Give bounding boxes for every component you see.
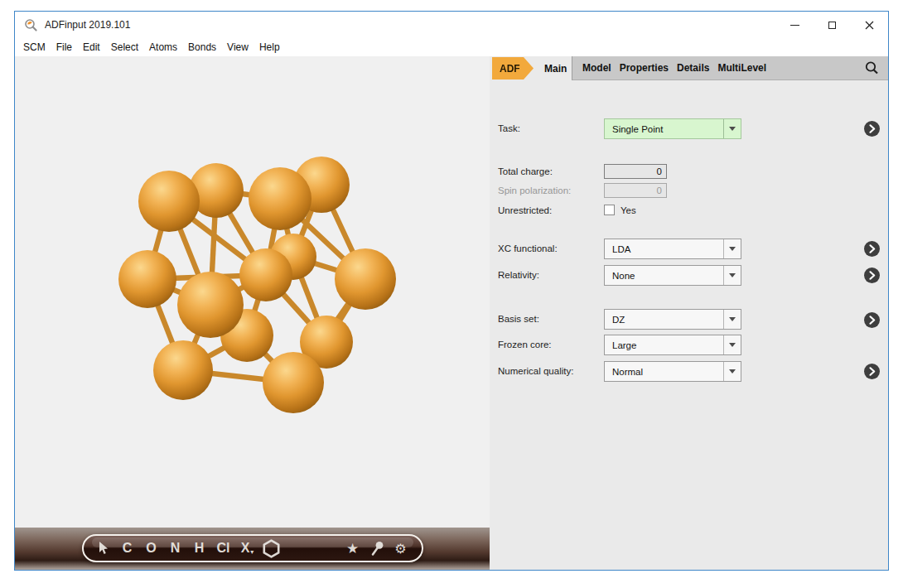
frozen-core-value: Large [605, 335, 723, 354]
menu-select[interactable]: Select [109, 40, 140, 55]
close-button[interactable] [851, 12, 888, 38]
element-picker-caret-icon: ▾ [250, 548, 254, 556]
task-label: Task: [498, 123, 520, 133]
xc-functional-dropdown[interactable]: LDA [604, 239, 741, 259]
viewer-toolbar: C O N H Cl X ▾ ★ [82, 534, 423, 562]
relativity-dropdown-caret-icon [723, 266, 741, 285]
menu-bonds[interactable]: Bonds [186, 40, 218, 55]
pin-balloon-tool-icon[interactable] [368, 541, 385, 557]
settings-panel: ADF Main Model Properties Details MultiL… [490, 56, 888, 570]
minimize-icon [790, 25, 799, 26]
basis-details-arrow-button[interactable] [864, 312, 880, 328]
menu-bar: SCM File Edit Select Atoms Bonds View He… [15, 38, 888, 56]
xc-functional-label: XC functional: [498, 243, 558, 253]
basis-set-label: Basis set: [498, 314, 539, 324]
element-x-label: X [241, 541, 250, 556]
molecule-render [15, 56, 490, 528]
basis-set-value: DZ [605, 310, 723, 329]
search-button[interactable] [864, 60, 880, 76]
task-dropdown[interactable]: Single Point [604, 118, 741, 139]
task-dropdown-caret-icon [723, 119, 741, 138]
xc-details-arrow-button[interactable] [864, 241, 880, 257]
molecule-viewer[interactable]: C O N H Cl X ▾ ★ [15, 56, 490, 570]
tab-main-active[interactable]: Main [534, 56, 577, 80]
quality-dropdown-caret-icon [723, 362, 741, 381]
window-controls [776, 12, 888, 38]
frozen-core-dropdown[interactable]: Large [604, 335, 741, 355]
basis-dropdown-caret-icon [723, 310, 741, 329]
element-chlorine-button[interactable]: Cl [215, 541, 232, 556]
app-window: ADFinput 2019.101 SCM File Edit Select A… [14, 11, 889, 571]
tab-properties[interactable]: Properties [616, 62, 673, 74]
xc-functional-value: LDA [605, 239, 723, 258]
tab-model[interactable]: Model [578, 62, 616, 74]
menu-edit[interactable]: Edit [81, 40, 102, 55]
tab-strip: Model Properties Details MultiLevel [572, 56, 888, 80]
total-charge-input[interactable] [604, 164, 667, 179]
structure-tool-star-icon[interactable]: ★ [344, 540, 361, 557]
tab-details[interactable]: Details [673, 62, 713, 74]
basis-set-dropdown[interactable]: DZ [604, 309, 741, 330]
gear-settings-icon[interactable]: ⚙ [392, 541, 409, 557]
frozen-dropdown-caret-icon [723, 335, 741, 354]
numerical-quality-value: Normal [605, 362, 723, 381]
element-hydrogen-button[interactable]: H [191, 541, 208, 556]
xc-dropdown-caret-icon [723, 239, 741, 258]
task-value: Single Point [605, 119, 723, 138]
numerical-quality-label: Numerical quality: [498, 366, 573, 376]
minimize-button[interactable] [776, 12, 814, 38]
adf-menu-tab[interactable]: ADF [492, 57, 534, 80]
relativity-value: None [605, 266, 723, 285]
tab-bar: ADF Main Model Properties Details MultiL… [490, 56, 888, 80]
quality-details-arrow-button[interactable] [864, 364, 880, 379]
element-oxygen-button[interactable]: O [142, 541, 160, 556]
maximize-icon [828, 22, 836, 29]
menu-scm[interactable]: SCM [22, 40, 47, 55]
relativity-label: Relativity: [498, 270, 539, 280]
element-carbon-button[interactable]: C [118, 541, 136, 556]
menu-help[interactable]: Help [258, 40, 282, 55]
unrestricted-checkbox[interactable] [604, 205, 615, 215]
search-icon [864, 60, 880, 76]
total-charge-label: Total charge: [498, 166, 553, 176]
relativity-details-arrow-button[interactable] [864, 267, 880, 283]
tab-multilevel[interactable]: MultiLevel [713, 62, 770, 74]
menu-file[interactable]: File [55, 40, 74, 55]
element-picker-button[interactable]: X ▾ [239, 541, 256, 556]
spin-polarization-label: Spin polarization: [498, 186, 571, 195]
relativity-dropdown[interactable]: None [604, 265, 741, 286]
ring-tool-icon[interactable] [263, 539, 280, 558]
close-icon [865, 21, 874, 30]
numerical-quality-dropdown[interactable]: Normal [604, 361, 741, 382]
unrestricted-label: Unrestricted: [498, 205, 552, 215]
content-area: C O N H Cl X ▾ ★ [15, 56, 888, 570]
pointer-tool-icon[interactable] [94, 542, 112, 555]
maximize-button[interactable] [814, 12, 851, 38]
app-logo-icon [24, 18, 38, 32]
spin-polarization-input [604, 183, 667, 198]
title-bar: ADFinput 2019.101 [15, 12, 888, 38]
window-title: ADFinput 2019.101 [45, 19, 130, 31]
task-details-arrow-button[interactable] [864, 121, 880, 137]
menu-atoms[interactable]: Atoms [147, 40, 179, 55]
unrestricted-yes-label: Yes [621, 205, 636, 215]
element-nitrogen-button[interactable]: N [167, 541, 184, 556]
menu-view[interactable]: View [225, 40, 250, 55]
frozen-core-label: Frozen core: [498, 340, 552, 349]
